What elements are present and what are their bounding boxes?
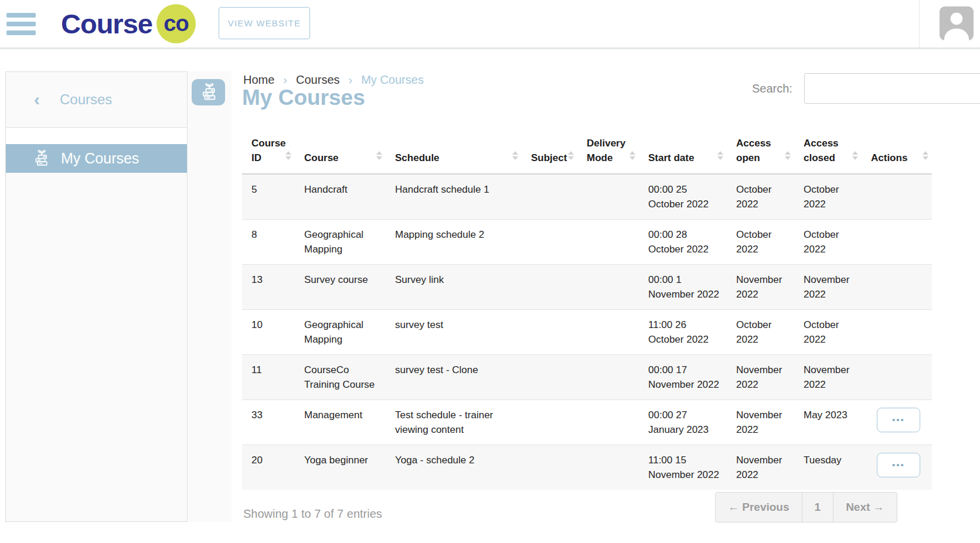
- table-row: 8 Geographical Mapping Mapping schedule …: [242, 220, 932, 265]
- column-header-start-date[interactable]: Start date: [639, 130, 727, 174]
- cell-access-open: November 2022: [727, 355, 794, 400]
- cell-subject: [522, 445, 577, 490]
- books-sprout-icon: [32, 149, 50, 168]
- ellipsis-icon: •••: [892, 460, 905, 470]
- cell-course-id: 11: [242, 355, 295, 400]
- courseco-logo: Course co: [61, 0, 196, 47]
- logo-badge-text: co: [164, 11, 188, 36]
- cell-access-open: October 2022: [727, 220, 794, 265]
- column-header-course-id[interactable]: Course ID: [242, 130, 295, 174]
- table-row: 13 Survey course Survey link 00:00 1 Nov…: [242, 265, 932, 310]
- cell-actions: [862, 310, 932, 355]
- cell-access-open: November 2022: [727, 265, 794, 310]
- breadcrumb: Home › Courses › My Courses: [243, 73, 424, 87]
- cell-schedule: survey test - Clone: [386, 355, 522, 400]
- cell-course: CourseCo Training Course: [295, 355, 386, 400]
- column-header-course[interactable]: Course: [295, 130, 386, 174]
- sort-arrows-icon: [923, 151, 930, 160]
- breadcrumb-item-my-courses: My Courses: [361, 73, 424, 87]
- sidebar-back-courses[interactable]: ‹ Courses: [6, 72, 187, 128]
- column-header-schedule[interactable]: Schedule: [386, 130, 522, 174]
- chevron-right-icon: ›: [283, 73, 287, 87]
- cell-schedule: survey test: [386, 310, 522, 355]
- cell-access-open: October 2022: [727, 310, 794, 355]
- sort-arrows-icon: [629, 151, 637, 160]
- cell-schedule: Mapping schedule 2: [386, 220, 522, 265]
- cell-access-closed: November 2022: [794, 355, 862, 400]
- column-header-delivery-mode[interactable]: Delivery Mode: [577, 130, 639, 174]
- showing-entries-text: Showing 1 to 7 of 7 entries: [243, 507, 382, 521]
- logo-badge-circle: co: [156, 4, 196, 43]
- sort-arrows-icon: [717, 151, 724, 160]
- sort-arrows-icon: [568, 151, 575, 160]
- cell-subject: [522, 174, 577, 220]
- sidebar-gutter: [188, 71, 232, 522]
- hamburger-menu-icon[interactable]: [6, 13, 36, 36]
- cell-start-date: 00:00 1 November 2022: [639, 265, 727, 310]
- cell-start-date: 11:00 15 November 2022: [639, 445, 727, 490]
- cell-access-closed: Tuesday: [794, 445, 862, 490]
- cell-subject: [522, 400, 577, 445]
- cell-access-closed: May 2023: [794, 400, 862, 445]
- person-icon: [940, 6, 974, 40]
- table-row: 33 Management Test schedule - trainer vi…: [242, 400, 932, 445]
- column-header-subject[interactable]: Subject: [522, 130, 577, 174]
- cell-actions: [862, 355, 932, 400]
- cell-actions: [862, 265, 932, 310]
- sidebar-panel: ‹ Courses My Courses: [5, 71, 188, 522]
- courses-menu-toggle-button[interactable]: [192, 79, 225, 105]
- next-page-button[interactable]: Next →: [833, 493, 896, 522]
- cell-subject: [522, 220, 577, 265]
- cell-course: Geographical Mapping: [295, 220, 386, 265]
- sidebar-back-label: Courses: [60, 91, 112, 108]
- user-avatar[interactable]: [940, 6, 974, 40]
- cell-actions: •••: [862, 445, 932, 490]
- cell-schedule: Test schedule - trainer viewing content: [386, 400, 522, 445]
- breadcrumb-item-courses[interactable]: Courses: [296, 73, 339, 87]
- sort-arrows-icon: [512, 151, 519, 160]
- cell-delivery-mode: [577, 220, 639, 265]
- cell-start-date: 00:00 28 October 2022: [639, 220, 727, 265]
- row-actions-button[interactable]: •••: [877, 453, 920, 477]
- page-title: My Courses: [242, 86, 365, 110]
- cell-start-date: 11:00 26 October 2022: [639, 310, 727, 355]
- sort-arrows-icon: [376, 151, 383, 160]
- previous-page-button[interactable]: ← Previous: [716, 493, 802, 522]
- sidebar-item-my-courses[interactable]: My Courses: [6, 144, 187, 173]
- cell-access-closed: November 2022: [794, 265, 862, 310]
- chevron-left-icon: ‹: [34, 91, 40, 108]
- books-sprout-icon: [199, 83, 219, 103]
- cell-schedule: Yoga - schedule 2: [386, 445, 522, 490]
- search-label: Search:: [752, 82, 792, 95]
- cell-course-id: 20: [242, 445, 295, 490]
- column-header-access-closed[interactable]: Access closed: [794, 130, 862, 174]
- row-actions-button[interactable]: •••: [877, 408, 920, 432]
- cell-course: Management: [295, 400, 386, 445]
- cell-course: Geographical Mapping: [295, 310, 386, 355]
- courses-table: Course ID Course Schedule Subject Delive…: [242, 130, 932, 490]
- cell-access-closed: October 2022: [794, 220, 862, 265]
- cell-course: Yoga beginner: [295, 445, 386, 490]
- cell-delivery-mode: [577, 400, 639, 445]
- sort-arrows-icon: [852, 151, 859, 160]
- cell-course: Handcraft: [295, 174, 386, 220]
- table-row: 5 Handcraft Handcraft schedule 1 00:00 2…: [242, 174, 932, 220]
- logo-text: Course: [61, 8, 152, 40]
- cell-course: Survey course: [295, 265, 386, 310]
- cell-course-id: 8: [242, 220, 295, 265]
- column-header-actions[interactable]: Actions: [862, 130, 932, 174]
- cell-subject: [522, 265, 577, 310]
- cell-subject: [522, 310, 577, 355]
- cell-schedule: Handcraft schedule 1: [386, 174, 522, 220]
- column-header-access-open[interactable]: Access open: [727, 130, 794, 174]
- breadcrumb-item-home[interactable]: Home: [243, 73, 274, 87]
- app-header: Course co VIEW WEBSITE: [0, 0, 980, 49]
- table-row: 20 Yoga beginner Yoga - schedule 2 11:00…: [242, 445, 932, 490]
- view-website-button[interactable]: VIEW WEBSITE: [219, 7, 310, 39]
- page-number-button[interactable]: 1: [802, 493, 833, 522]
- cell-subject: [522, 355, 577, 400]
- search-input[interactable]: [804, 73, 980, 104]
- pagination: ← Previous 1 Next →: [715, 492, 897, 522]
- cell-access-open: November 2022: [727, 445, 794, 490]
- cell-actions: [862, 174, 932, 220]
